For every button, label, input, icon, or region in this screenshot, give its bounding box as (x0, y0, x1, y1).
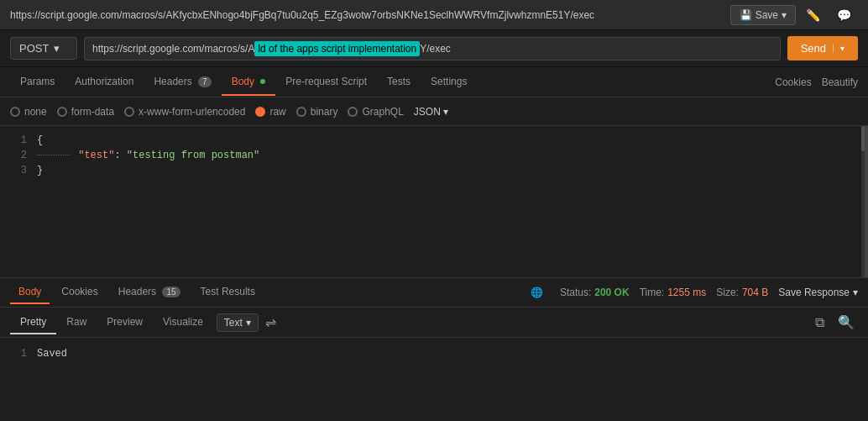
tab-params[interactable]: Params (10, 69, 65, 96)
status-info: Status: 200 OK (560, 287, 630, 298)
response-metadata: 🌐 Status: 200 OK Time: 1255 ms Size: 704… (531, 287, 858, 298)
save-response-chevron-icon: ▾ (853, 287, 858, 298)
globe-icon: 🌐 (531, 287, 543, 298)
line-number-1: 1 (7, 133, 27, 148)
beautify-button[interactable]: Beautify (822, 76, 858, 88)
size-value: 704 B (742, 287, 768, 298)
body-type-selector: none form-data x-www-form-urlencoded raw… (0, 97, 868, 126)
request-body-editor[interactable]: 1 { 2 "test": "testing from postman" 3 } (0, 126, 868, 277)
resp-body-tab-pretty[interactable]: Pretty (10, 311, 56, 334)
urlbar: POST ▾ https://script.google.com/macros/… (0, 30, 868, 67)
radio-graphql (348, 107, 358, 117)
radio-formdata (57, 107, 67, 117)
size-label: Size: (716, 287, 739, 298)
headers-badge: 7 (198, 76, 212, 87)
save-icon: 💾 (740, 9, 752, 21)
body-type-graphql[interactable]: GraphQL (348, 106, 403, 118)
wrap-lines-icon[interactable]: ⇌ (265, 314, 276, 330)
format-chevron-icon: ▾ (246, 317, 251, 329)
radio-raw (255, 107, 265, 117)
tab-body[interactable]: Body (222, 69, 276, 96)
line-number-2: 2 (7, 148, 27, 163)
resp-tab-test-results[interactable]: Test Results (192, 281, 264, 304)
tab-headers[interactable]: Headers 7 (144, 69, 221, 96)
response-body-content: 1 Saved (0, 338, 868, 421)
response-format-select[interactable]: Text ▾ (217, 313, 259, 332)
line-number-3: 3 (7, 163, 27, 178)
response-line-1: 1 Saved (0, 345, 868, 363)
response-action-icons: ⧉ 🔍 (812, 313, 858, 332)
titlebar: https://script.google.com/macros/s/AKfyc… (0, 0, 868, 30)
radio-urlencoded (124, 107, 134, 117)
titlebar-actions: 💾 Save ▾ ✏️ 💬 (730, 5, 858, 25)
resp-line-number-1: 1 (7, 345, 27, 363)
resp-body-tab-visualize[interactable]: Visualize (153, 311, 213, 334)
search-response-button[interactable]: 🔍 (834, 313, 858, 332)
response-tabs-bar: Body Cookies Headers 15 Test Results 🌐 S… (0, 277, 868, 308)
send-label: Send (801, 42, 826, 55)
edit-icon-button[interactable]: ✏️ (799, 5, 827, 25)
body-type-urlencoded[interactable]: x-www-form-urlencoded (124, 106, 245, 118)
resp-body-tab-raw[interactable]: Raw (56, 311, 97, 334)
method-chevron-icon: ▾ (54, 42, 60, 55)
code-line-3: 3 } (0, 163, 865, 178)
titlebar-url: https://script.google.com/macros/s/AKfyc… (10, 9, 724, 21)
copy-response-button[interactable]: ⧉ (812, 313, 828, 332)
time-info: Time: 1255 ms (640, 287, 707, 298)
body-type-binary[interactable]: binary (296, 106, 338, 118)
body-type-none[interactable]: none (10, 106, 47, 118)
send-button[interactable]: Send ▾ (787, 36, 858, 61)
request-tabs: Params Authorization Headers 7 Body Pre-… (0, 67, 868, 97)
save-response-button[interactable]: Save Response ▾ (778, 287, 858, 298)
resp-tab-cookies[interactable]: Cookies (53, 281, 106, 304)
editor-scrollbar[interactable] (861, 126, 865, 277)
time-value: 1255 ms (667, 287, 706, 298)
url-input-wrapper: https://script.google.com/macros/s/A ld … (84, 37, 781, 61)
resp-tab-headers[interactable]: Headers 15 (110, 281, 189, 304)
radio-none (10, 107, 20, 117)
send-chevron-icon: ▾ (833, 44, 844, 53)
body-type-formdata[interactable]: form-data (57, 106, 114, 118)
response-body-format-tabs: Pretty Raw Preview Visualize Text ▾ ⇌ ⧉ … (0, 308, 868, 338)
save-chevron-icon: ▾ (782, 9, 787, 21)
editor-scrollbar-thumb (861, 126, 865, 151)
cookies-link[interactable]: Cookies (775, 76, 811, 88)
url-input[interactable] (84, 37, 781, 61)
json-format-select[interactable]: JSON ▾ (414, 106, 448, 118)
status-label: Status: (560, 287, 591, 298)
time-label: Time: (640, 287, 665, 298)
resp-line-value: Saved (37, 345, 67, 363)
radio-binary (296, 107, 306, 117)
resp-body-tab-preview[interactable]: Preview (97, 311, 153, 334)
comment-icon-button[interactable]: 💬 (830, 5, 858, 25)
body-type-raw[interactable]: raw (255, 106, 285, 118)
resp-headers-badge: 15 (162, 287, 180, 297)
tab-authorization[interactable]: Authorization (65, 69, 144, 96)
tab-prerequest[interactable]: Pre-request Script (275, 69, 377, 96)
method-select[interactable]: POST ▾ (10, 37, 77, 60)
method-label: POST (19, 42, 49, 55)
status-value: 200 OK (594, 287, 629, 298)
resp-tab-body[interactable]: Body (10, 281, 50, 304)
code-line-2: 2 "test": "testing from postman" (0, 148, 865, 163)
json-chevron-icon: ▾ (443, 106, 448, 118)
code-line-1: 1 { (0, 133, 865, 148)
body-active-dot (260, 79, 265, 84)
tab-settings[interactable]: Settings (421, 69, 477, 96)
save-button[interactable]: 💾 Save ▾ (730, 5, 796, 25)
indent-dots (37, 155, 71, 155)
size-info: Size: 704 B (716, 287, 768, 298)
tab-tests[interactable]: Tests (377, 69, 421, 96)
